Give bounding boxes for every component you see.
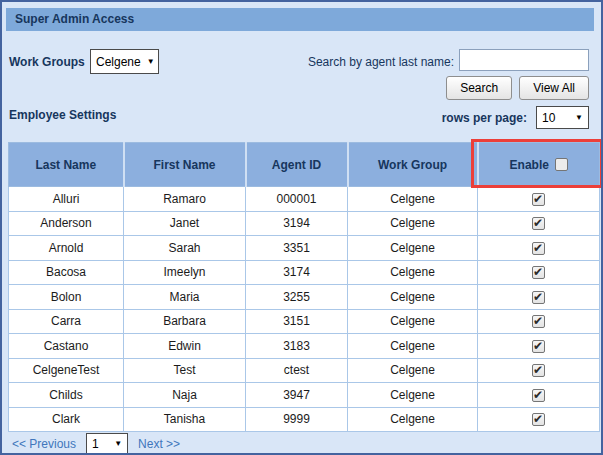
cell-enable <box>478 211 600 236</box>
cell-last-name: Castano <box>9 334 124 359</box>
enable-checkbox[interactable] <box>532 291 545 304</box>
enable-checkbox[interactable] <box>532 193 545 206</box>
cell-last-name: Carra <box>9 309 124 334</box>
cell-last-name: Alluri <box>9 187 124 212</box>
enable-all-checkbox[interactable] <box>555 158 568 171</box>
cell-work-group: Celgene <box>348 285 478 310</box>
cell-agent-id: 000001 <box>246 187 348 212</box>
cell-last-name: Bacosa <box>9 260 124 285</box>
column-header-enable: Enable <box>478 143 600 187</box>
cell-work-group: Celgene <box>348 187 478 212</box>
enable-checkbox[interactable] <box>532 413 545 426</box>
cell-last-name: Arnold <box>9 236 124 261</box>
work-group-select[interactable]: Celgene ▼ <box>90 49 159 74</box>
table-header-row: Last NameFirst NameAgent IDWork GroupEna… <box>9 143 600 187</box>
view-all-button[interactable]: View All <box>519 76 589 100</box>
cell-first-name: Janet <box>124 211 246 236</box>
next-page-link[interactable]: Next >> <box>138 437 180 451</box>
column-header-agent-id: Agent ID <box>246 143 348 187</box>
table-row: AndersonJanet3194Celgene <box>9 211 600 236</box>
enable-checkbox[interactable] <box>532 217 545 230</box>
cell-enable <box>478 285 600 310</box>
rows-per-page-selected-value: 10 <box>542 111 555 125</box>
cell-enable <box>478 407 600 432</box>
work-groups-label: Work Groups <box>9 55 85 69</box>
cell-enable <box>478 309 600 334</box>
rows-per-page-select[interactable]: 10 ▼ <box>536 106 589 129</box>
cell-enable <box>478 260 600 285</box>
enable-checkbox[interactable] <box>532 266 545 279</box>
column-header-label: Agent ID <box>272 158 321 172</box>
work-group-selected-value: Celgene <box>96 55 141 69</box>
enable-checkbox[interactable] <box>532 242 545 255</box>
cell-last-name: CelgeneTest <box>9 358 124 383</box>
search-button[interactable]: Search <box>446 76 512 100</box>
cell-first-name: Ramaro <box>124 187 246 212</box>
table-row: CastanoEdwin3183Celgene <box>9 334 600 359</box>
column-header-label: First Name <box>153 158 215 172</box>
rows-per-page: rows per page: 10 ▼ <box>442 106 589 129</box>
table-row: AlluriRamaro000001Celgene <box>9 187 600 212</box>
table-row: CelgeneTestTestctestCelgene <box>9 358 600 383</box>
table-row: ClarkTanisha9999Celgene <box>9 407 600 432</box>
cell-agent-id: 3947 <box>246 383 348 408</box>
table-body: AlluriRamaro000001CelgeneAndersonJanet31… <box>9 187 600 432</box>
cell-first-name: Barbara <box>124 309 246 334</box>
cell-work-group: Celgene <box>348 383 478 408</box>
column-header-label: Work Group <box>378 158 447 172</box>
cell-work-group: Celgene <box>348 309 478 334</box>
cell-last-name: Clark <box>9 407 124 432</box>
enable-checkbox[interactable] <box>532 389 545 402</box>
cell-enable <box>478 383 600 408</box>
cell-last-name: Anderson <box>9 211 124 236</box>
column-header-work-group: Work Group <box>348 143 478 187</box>
search-label: Search by agent last name: <box>308 55 454 69</box>
cell-work-group: Celgene <box>348 358 478 383</box>
column-header-first-name: First Name <box>124 143 246 187</box>
table-row: BacosaImeelyn3174Celgene <box>9 260 600 285</box>
cell-last-name: Bolon <box>9 285 124 310</box>
cell-work-group: Celgene <box>348 211 478 236</box>
page-title: Super Admin Access <box>6 8 594 31</box>
cell-first-name: Maria <box>124 285 246 310</box>
column-header-label: Last Name <box>35 158 96 172</box>
cell-first-name: Test <box>124 358 246 383</box>
enable-checkbox[interactable] <box>532 340 545 353</box>
rows-per-page-label: rows per page: <box>442 111 527 125</box>
pagination: << Previous 1 ▼ Next >> <box>12 433 180 455</box>
search-actions: Search View All <box>446 76 589 100</box>
column-header-label: Enable <box>510 158 549 172</box>
employee-table: Last NameFirst NameAgent IDWork GroupEna… <box>8 142 600 432</box>
table-row: ChildsNaja3947Celgene <box>9 383 600 408</box>
enable-checkbox[interactable] <box>532 364 545 377</box>
cell-first-name: Naja <box>124 383 246 408</box>
enable-checkbox[interactable] <box>532 315 545 328</box>
table-row: ArnoldSarah3351Celgene <box>9 236 600 261</box>
cell-agent-id: 9999 <box>246 407 348 432</box>
cell-last-name: Childs <box>9 383 124 408</box>
cell-agent-id: 3194 <box>246 211 348 236</box>
page-selected-value: 1 <box>92 437 99 451</box>
previous-page-link[interactable]: << Previous <box>12 437 76 451</box>
column-header-last-name: Last Name <box>9 143 124 187</box>
page-select[interactable]: 1 ▼ <box>86 433 128 455</box>
cell-work-group: Celgene <box>348 407 478 432</box>
cell-agent-id: 3174 <box>246 260 348 285</box>
cell-agent-id: 3151 <box>246 309 348 334</box>
cell-agent-id: 3183 <box>246 334 348 359</box>
chevron-down-icon: ▼ <box>114 440 122 448</box>
cell-work-group: Celgene <box>348 260 478 285</box>
employee-settings-heading: Employee Settings <box>9 108 116 122</box>
search-input[interactable] <box>459 49 589 71</box>
cell-first-name: Tanisha <box>124 407 246 432</box>
cell-first-name: Imeelyn <box>124 260 246 285</box>
chevron-down-icon: ▼ <box>147 58 155 66</box>
super-admin-panel: Super Admin Access Work Groups Celgene ▼… <box>0 0 603 455</box>
cell-work-group: Celgene <box>348 334 478 359</box>
cell-work-group: Celgene <box>348 236 478 261</box>
cell-enable <box>478 334 600 359</box>
cell-enable <box>478 187 600 212</box>
table-row: CarraBarbara3151Celgene <box>9 309 600 334</box>
cell-first-name: Edwin <box>124 334 246 359</box>
cell-agent-id: 3255 <box>246 285 348 310</box>
